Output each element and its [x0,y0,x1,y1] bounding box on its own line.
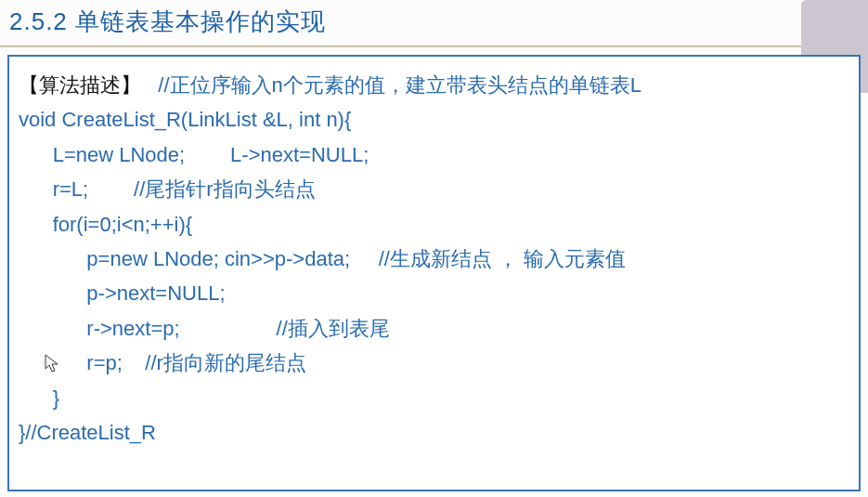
heading-underline [0,46,868,47]
code-line: r=L; //尾指针r指向头结点 [19,172,849,206]
code-line: void CreateList_R(LinkList &L, int n){ [19,102,849,137]
code-panel: 【算法描述】 //正位序输入n个元素的值，建立带表头结点的单链表L void C… [7,55,861,491]
code-line: } [19,381,849,415]
code-line: 【算法描述】 //正位序输入n个元素的值，建立带表头结点的单链表L [19,68,849,102]
code-line: }//CreateList_R [19,415,849,450]
code-line: for(i=0;i<n;++i){ [19,207,849,242]
section-heading: 2.5.2 单链表基本操作的实现 [9,6,859,38]
code-comment: //正位序输入n个元素的值，建立带表头结点的单链表L [141,73,641,97]
algo-label: 【算法描述】 [19,73,141,97]
code-line: r->next=p; //插入到表尾 [19,311,849,346]
code-line: L=new LNode; L->next=NULL; [19,137,849,172]
code-line: p->next=NULL; [19,276,849,310]
code-line: r=p; //r指向新的尾结点 [19,346,849,380]
section-heading-bar: 2.5.2 单链表基本操作的实现 [0,0,868,47]
code-line: p=new LNode; cin>>p->data; //生成新结点 ， 输入元… [19,242,849,276]
